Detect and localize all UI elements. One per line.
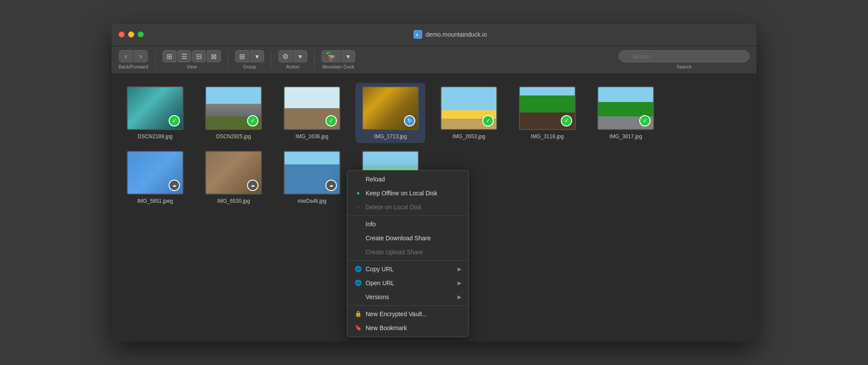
view-cover-btn[interactable]: ⊠ xyxy=(207,50,221,62)
app-icon: a xyxy=(414,30,422,39)
titlebar: a demo.mountainduck.io xyxy=(112,24,756,46)
versions-icon xyxy=(354,293,362,301)
view-label: View xyxy=(186,64,197,69)
file-item[interactable]: ☁ mieDa4li.jpg xyxy=(277,147,347,208)
group-label: Group xyxy=(243,64,257,69)
file-item-selected[interactable]: ↻ IMG_1713.jpg xyxy=(356,83,425,143)
cloud-badge: ☁ xyxy=(247,180,258,191)
ctx-new-encrypted-vault[interactable]: 🔒 New Encrypted Vault... xyxy=(347,307,468,321)
cloud-badge: ☁ xyxy=(326,180,337,191)
toolbar: ‹ › Back/Forward ⊞ ☰ ⊟ ⊠ View ⊞ ▾ Group xyxy=(112,46,756,74)
file-item[interactable]: ☁ IMG_6530.jpg xyxy=(199,147,268,208)
file-item[interactable]: ✓ IMG_2653.jpg xyxy=(434,83,504,143)
svg-text:a: a xyxy=(416,32,418,37)
file-name: DSCN2189.jpg xyxy=(138,133,173,140)
file-name: IMG_1713.jpg xyxy=(374,133,407,140)
view-list-btn[interactable]: ☰ xyxy=(177,50,191,62)
minimize-button[interactable] xyxy=(128,31,134,38)
sync-badge: ✓ xyxy=(247,115,258,126)
file-thumbnail: ✓ xyxy=(284,86,340,130)
file-item[interactable]: ✓ IMG_3116.jpg xyxy=(512,83,582,143)
file-thumbnail: ↻ xyxy=(362,86,419,130)
mountain-duck-dropdown-btn[interactable]: ▾ xyxy=(341,50,355,62)
back-forward-label: Back/Forward xyxy=(119,64,148,69)
delete-local-icon: ○ xyxy=(354,203,362,211)
copy-url-icon: 🌐 xyxy=(354,265,362,273)
ctx-create-download-share[interactable]: Create Download Share xyxy=(347,231,468,245)
search-label: Search xyxy=(677,64,692,69)
group-btn[interactable]: ⊞ xyxy=(235,50,249,62)
sync-badge: ✓ xyxy=(326,115,337,126)
view-icon-btn[interactable]: ⊞ xyxy=(163,50,176,62)
file-thumbnail: ✓ xyxy=(441,86,497,130)
sync-badge: ↻ xyxy=(404,115,415,126)
group-group: ⊞ ▾ Group xyxy=(235,50,264,69)
mountain-duck-btn[interactable]: 🦆 xyxy=(322,50,340,62)
ctx-create-upload-share: Create Upload Share xyxy=(347,245,468,259)
upload-share-icon xyxy=(354,248,362,256)
mountain-duck-label: Mountain Duck xyxy=(322,64,354,69)
ctx-versions[interactable]: Versions ▶ xyxy=(347,290,468,304)
bookmark-icon: 🔖 xyxy=(354,324,362,332)
ctx-divider-3 xyxy=(347,305,468,306)
file-grid-row1: ✓ DSCN2189.jpg ✓ DSCN2925.jpg ✓ IMG_1636… xyxy=(120,83,748,143)
file-name: IMG_3817.jpg xyxy=(609,133,642,140)
file-item[interactable]: ✓ IMG_3817.jpg xyxy=(591,83,661,143)
file-name: mieDa4li.jpg xyxy=(298,198,326,204)
divider-3 xyxy=(271,51,271,68)
versions-arrow: ▶ xyxy=(458,294,461,300)
download-share-icon xyxy=(354,234,362,242)
ctx-divider-2 xyxy=(347,260,468,261)
file-thumbnail: ☁ xyxy=(205,151,262,194)
action-btn[interactable]: ⚙ xyxy=(278,50,292,62)
back-button[interactable]: ‹ xyxy=(119,50,133,62)
ctx-new-bookmark[interactable]: 🔖 New Bookmark xyxy=(347,321,468,335)
keep-offline-icon: ● xyxy=(354,189,362,197)
close-button[interactable] xyxy=(119,31,125,38)
reload-icon xyxy=(354,175,362,183)
ctx-reload[interactable]: Reload xyxy=(347,172,468,186)
ctx-open-url[interactable]: 🌐 Open URL ▶ xyxy=(347,276,468,290)
view-columns-btn[interactable]: ⊟ xyxy=(192,50,206,62)
search-group: 🔍 Search xyxy=(619,50,749,69)
file-item[interactable]: ✓ DSCN2925.jpg xyxy=(199,83,268,143)
maximize-button[interactable] xyxy=(138,31,144,38)
file-item[interactable]: ☁ IMG_5851.jpeg xyxy=(120,147,190,208)
info-icon xyxy=(354,220,362,228)
file-thumbnail: ✓ xyxy=(597,86,654,130)
file-thumbnail: ✓ xyxy=(127,86,183,130)
file-thumbnail: ✓ xyxy=(205,86,262,130)
open-url-arrow: ▶ xyxy=(458,280,461,286)
file-item[interactable]: ✓ IMG_1636.jpg xyxy=(277,83,347,143)
search-input[interactable] xyxy=(619,50,749,62)
file-thumbnail: ✓ xyxy=(519,86,576,130)
file-name: IMG_1636.jpg xyxy=(295,133,328,140)
sync-badge: ✓ xyxy=(482,115,494,126)
divider-1 xyxy=(155,51,156,68)
forward-button[interactable]: › xyxy=(134,50,148,62)
file-name: IMG_5851.jpeg xyxy=(137,198,173,204)
mountain-duck-group: 🦆 ▾ Mountain Duck xyxy=(322,50,355,69)
sync-badge: ✓ xyxy=(169,115,180,126)
action-dropdown-btn[interactable]: ▾ xyxy=(293,50,307,62)
vault-icon: 🔒 xyxy=(354,310,362,318)
context-menu: Reload ● Keep Offline on Local Disk ○ De… xyxy=(347,170,469,337)
group-dropdown-btn[interactable]: ▾ xyxy=(250,50,264,62)
file-thumbnail: ☁ xyxy=(127,151,183,194)
back-forward-group: ‹ › Back/Forward xyxy=(119,50,148,69)
file-name: DSCN2925.jpg xyxy=(216,133,251,140)
ctx-divider-1 xyxy=(347,215,468,216)
ctx-info[interactable]: Info xyxy=(347,217,468,231)
ctx-keep-offline[interactable]: ● Keep Offline on Local Disk xyxy=(347,186,468,200)
divider-2 xyxy=(228,51,228,68)
search-wrapper: 🔍 xyxy=(619,50,749,62)
file-thumbnail: ☁ xyxy=(284,151,340,194)
view-group: ⊞ ☰ ⊟ ⊠ View xyxy=(163,50,221,69)
file-name: IMG_3116.jpg xyxy=(531,133,563,140)
ctx-copy-url[interactable]: 🌐 Copy URL ▶ xyxy=(347,262,468,276)
file-item[interactable]: ✓ DSCN2189.jpg xyxy=(120,83,190,143)
divider-4 xyxy=(314,51,315,68)
main-window: a demo.mountainduck.io ‹ › Back/Forward … xyxy=(112,24,756,342)
file-name: IMG_6530.jpg xyxy=(217,198,250,204)
action-group: ⚙ ▾ Action xyxy=(278,50,307,69)
